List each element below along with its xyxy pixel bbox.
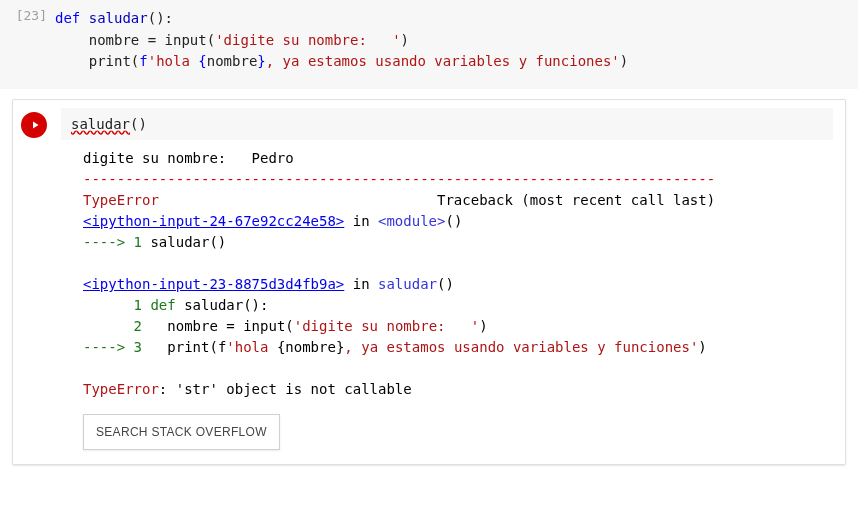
paren: ) <box>698 339 706 355</box>
pointer: ----> 1 <box>83 234 142 250</box>
traceback-link[interactable]: <ipython-input-23-8875d3d4fb9a> <box>83 276 344 292</box>
var: nombre <box>207 53 258 69</box>
code-line: saludar(): <box>176 297 269 313</box>
traceback-text: Traceback (most recent call last) <box>159 192 715 208</box>
code-text: input( <box>235 318 294 334</box>
code-line: saludar() <box>142 234 226 250</box>
func-call: saludar <box>71 116 130 132</box>
code-text: nombre <box>55 32 148 48</box>
func-name: saludar <box>80 10 147 26</box>
string-literal: , ya estamos usando variables y funcione… <box>266 53 620 69</box>
module-name: <module> <box>378 213 445 229</box>
in-text: in <box>344 276 378 292</box>
paren: () <box>437 276 454 292</box>
string-literal: 'digite su nombre: ' <box>215 32 400 48</box>
string-literal: 'hola <box>226 339 277 355</box>
error-name: TypeError <box>83 192 159 208</box>
code-cell-1: [23] def saludar(): nombre = input('digi… <box>0 0 858 89</box>
code-text: print( <box>55 53 139 69</box>
code-text: print( <box>142 339 218 355</box>
code-editor[interactable]: saludar() <box>61 108 833 140</box>
brace: { <box>198 53 206 69</box>
f-prefix: f <box>139 53 147 69</box>
code-text: input( <box>156 32 215 48</box>
paren: (): <box>148 10 173 26</box>
paren: ) <box>401 32 409 48</box>
pointer: ----> 3 <box>83 339 142 355</box>
op: = <box>226 318 234 334</box>
code-cell-2: saludar() digite su nombre: Pedro ------… <box>12 99 846 465</box>
line-number: 2 <box>83 318 142 334</box>
string-literal: 'hola <box>148 53 199 69</box>
traceback-link[interactable]: <ipython-input-24-67e92cc24e58> <box>83 213 344 229</box>
cell-header: saludar() <box>13 100 845 140</box>
search-stack-overflow-button[interactable]: SEARCH STACK OVERFLOW <box>83 414 280 450</box>
paren: () <box>445 213 462 229</box>
cell-prompt: [23] <box>0 4 55 77</box>
var: nombre <box>285 339 336 355</box>
brace: } <box>257 53 265 69</box>
line-number: 1 <box>83 297 142 313</box>
play-icon <box>29 119 41 131</box>
cell-output: digite su nombre: Pedro ----------------… <box>13 140 845 464</box>
op: = <box>148 32 156 48</box>
separator: ----------------------------------------… <box>83 171 715 187</box>
error-name: TypeError <box>83 381 159 397</box>
keyword-def: def <box>55 10 80 26</box>
error-message: : 'str' object is not callable <box>159 381 412 397</box>
func-name: saludar <box>378 276 437 292</box>
string-literal: 'digite su nombre: ' <box>294 318 479 334</box>
code-editor[interactable]: def saludar(): nombre = input('digite su… <box>55 4 858 77</box>
run-button[interactable] <box>21 112 47 138</box>
code-text: nombre <box>142 318 226 334</box>
keyword-def: def <box>142 297 176 313</box>
paren: () <box>130 116 147 132</box>
paren: ) <box>620 53 628 69</box>
string-literal: , ya estamos usando variables y funcione… <box>344 339 698 355</box>
stdout-line: digite su nombre: Pedro <box>83 150 294 166</box>
paren: ) <box>479 318 487 334</box>
in-text: in <box>344 213 378 229</box>
